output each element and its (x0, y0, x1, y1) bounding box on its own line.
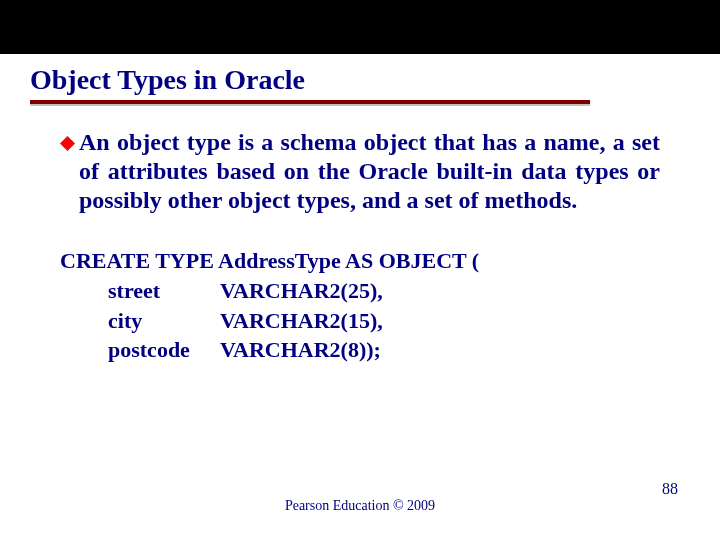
slide: Object Types in Oracle An object type is… (0, 0, 720, 540)
code-attr: city (60, 306, 220, 336)
code-type: VARCHAR2(8)); (220, 337, 381, 362)
bullet-item: An object type is a schema object that h… (60, 128, 660, 214)
code-attr: postcode (60, 335, 220, 365)
slide-title: Object Types in Oracle (0, 54, 720, 100)
code-type: VARCHAR2(25), (220, 278, 383, 303)
code-line-row: postcodeVARCHAR2(8)); (60, 335, 660, 365)
body-paragraph: An object type is a schema object that h… (79, 128, 660, 214)
code-type: VARCHAR2(15), (220, 308, 383, 333)
code-line-row: cityVARCHAR2(15), (60, 306, 660, 336)
slide-body: An object type is a schema object that h… (0, 106, 720, 365)
code-line-row: streetVARCHAR2(25), (60, 276, 660, 306)
footer-copyright: Pearson Education © 2009 (0, 498, 720, 514)
top-black-bar (0, 0, 720, 54)
code-attr: street (60, 276, 220, 306)
code-block: CREATE TYPE AddressType AS OBJECT ( stre… (60, 246, 660, 365)
code-line-header: CREATE TYPE AddressType AS OBJECT ( (60, 246, 660, 276)
diamond-bullet-icon (60, 136, 75, 151)
page-number: 88 (662, 480, 678, 498)
svg-marker-0 (60, 136, 75, 151)
